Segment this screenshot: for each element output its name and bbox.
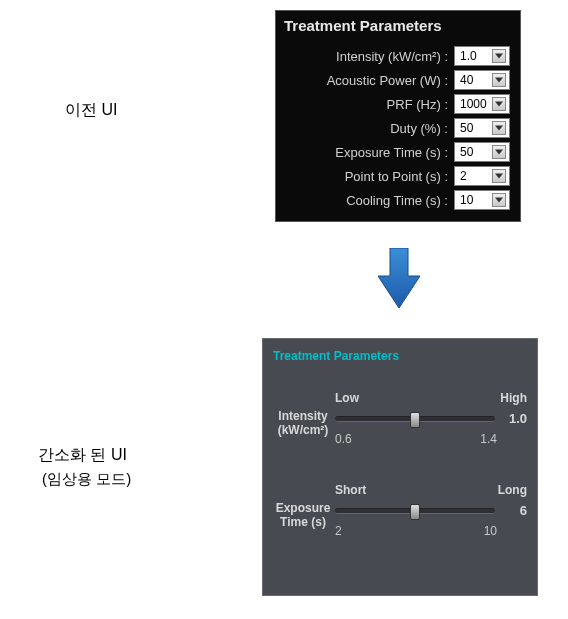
param-label: Cooling Time (s) : — [346, 193, 448, 208]
intensity-select[interactable]: 1.0 — [454, 46, 510, 66]
slider-tag-low: Low — [335, 391, 359, 405]
slider-label-exposure: ExposureTime (s) — [273, 501, 333, 529]
cooling-time-select[interactable]: 10 — [454, 190, 510, 210]
param-row-point-to-point: Point to Point (s) : 2 — [276, 164, 520, 188]
select-value: 2 — [458, 169, 467, 183]
new-ui-caption-line1: 간소화 된 UI — [38, 445, 127, 466]
slider-thumb[interactable] — [410, 504, 420, 520]
slider-min: 0.6 — [335, 432, 352, 446]
param-row-acoustic-power: Acoustic Power (W) : 40 — [276, 68, 520, 92]
select-value: 1.0 — [458, 49, 477, 63]
old-ui-caption: 이전 UI — [65, 100, 117, 121]
arrow-down-icon — [378, 248, 420, 312]
exposure-time-select[interactable]: 50 — [454, 142, 510, 162]
exposure-slider[interactable] — [335, 508, 495, 514]
param-row-prf: PRF (Hz) : 1000 — [276, 92, 520, 116]
chevron-down-icon — [492, 97, 506, 111]
new-panel-title: Treatment Parameters — [273, 349, 527, 363]
intensity-slider[interactable] — [335, 416, 495, 422]
param-row-exposure-time: Exposure Time (s) : 50 — [276, 140, 520, 164]
slider-max: 1.4 — [480, 432, 497, 446]
prf-select[interactable]: 1000 — [454, 94, 510, 114]
param-label: PRF (Hz) : — [387, 97, 448, 112]
slider-tag-short: Short — [335, 483, 366, 497]
param-label: Acoustic Power (W) : — [327, 73, 448, 88]
param-row-duty: Duty (%) : 50 — [276, 116, 520, 140]
param-label: Duty (%) : — [390, 121, 448, 136]
acoustic-power-select[interactable]: 40 — [454, 70, 510, 90]
old-panel-title: Treatment Parameters — [276, 11, 520, 44]
slider-min: 2 — [335, 524, 342, 538]
select-value: 50 — [458, 121, 473, 135]
slider-current-value: 1.0 — [503, 411, 527, 426]
duty-select[interactable]: 50 — [454, 118, 510, 138]
chevron-down-icon — [492, 73, 506, 87]
chevron-down-icon — [492, 193, 506, 207]
select-value: 10 — [458, 193, 473, 207]
slider-current-value: 6 — [503, 503, 527, 518]
select-value: 50 — [458, 145, 473, 159]
select-value: 1000 — [458, 97, 487, 111]
chevron-down-icon — [492, 145, 506, 159]
point-to-point-select[interactable]: 2 — [454, 166, 510, 186]
slider-tag-long: Long — [498, 483, 527, 497]
chevron-down-icon — [492, 49, 506, 63]
select-value: 40 — [458, 73, 473, 87]
slider-block-intensity: Intensity(kW/cm²) Low High 1.0 0.6 1.4 — [273, 391, 527, 451]
chevron-down-icon — [492, 121, 506, 135]
slider-block-exposure: ExposureTime (s) Short Long 6 2 10 — [273, 483, 527, 543]
new-ui-caption-line2: (임상용 모드) — [42, 470, 131, 489]
slider-max: 10 — [484, 524, 497, 538]
param-row-cooling-time: Cooling Time (s) : 10 — [276, 188, 520, 212]
old-treatment-parameters-panel: Treatment Parameters Intensity (kW/cm²) … — [275, 10, 521, 222]
new-treatment-parameters-panel: Treatment Parameters Intensity(kW/cm²) L… — [262, 338, 538, 596]
slider-label-intensity: Intensity(kW/cm²) — [273, 409, 333, 437]
param-label: Intensity (kW/cm²) : — [336, 49, 448, 64]
param-label: Exposure Time (s) : — [335, 145, 448, 160]
slider-tag-high: High — [500, 391, 527, 405]
param-label: Point to Point (s) : — [345, 169, 448, 184]
slider-thumb[interactable] — [410, 412, 420, 428]
param-row-intensity: Intensity (kW/cm²) : 1.0 — [276, 44, 520, 68]
chevron-down-icon — [492, 169, 506, 183]
